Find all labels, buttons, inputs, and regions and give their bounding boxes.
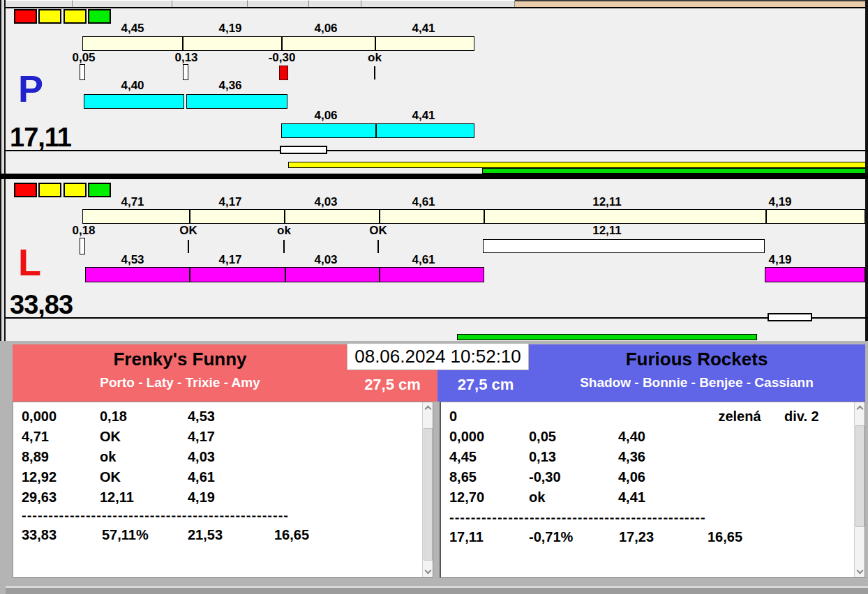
strip-segment [309, 0, 361, 7]
ok-tick [374, 66, 375, 79]
bar-divider [182, 37, 184, 50]
changeover-label: 0,18 [49, 224, 119, 236]
split-time-bar-l [82, 209, 865, 224]
scroll-down-button[interactable] [423, 566, 433, 577]
changeover-label: 0,13 [151, 52, 221, 63]
lane-letter-l: L [18, 245, 41, 280]
split-time-bar-p [82, 36, 474, 51]
division-label: div. 2 [784, 406, 819, 427]
result-row: 0,0000,184,53 [22, 406, 278, 427]
result-row: 12,92OK4,61 [22, 467, 278, 487]
bar-divider [379, 268, 380, 282]
run-time-label: 4,17 [195, 254, 265, 266]
scrollbar[interactable] [422, 402, 433, 577]
jump-height: 27,5 cm [447, 376, 524, 394]
background-window-strip [515, 0, 868, 7]
run-time-label: 4,19 [745, 254, 815, 266]
light-yellow [63, 183, 87, 197]
dog-names: Porto - Laty - Trixie - Amy [13, 375, 347, 390]
divider-line [6, 317, 868, 319]
changeover-tick [80, 238, 85, 254]
lane-letter-p: P [18, 71, 43, 106]
split-label: 4,03 [291, 196, 361, 208]
scroll-up-button[interactable] [423, 402, 433, 413]
info-row: 0 zelená div. 2 [449, 406, 854, 427]
light-green [88, 183, 111, 197]
rerun-bar-white [483, 239, 765, 253]
scroll-thumb[interactable] [855, 425, 865, 527]
light-red [14, 183, 37, 197]
scroll-down-button[interactable] [855, 566, 865, 577]
result-row: 4,450,134,36 [449, 447, 708, 467]
light-green [88, 9, 111, 24]
start-lights-l [14, 183, 110, 197]
bar-divider [379, 210, 380, 223]
split-label: 4,61 [389, 196, 458, 208]
divider-dashes: ----------------------------------------… [22, 505, 289, 526]
race-progress-bar-green [482, 168, 866, 174]
team-name: Furious Rockets [528, 349, 865, 370]
early-pass-marker [279, 66, 288, 80]
top-window-strip [6, 0, 515, 7]
run-time-label: 4,03 [291, 254, 361, 266]
ok-tick [283, 240, 285, 253]
bar-divider [765, 210, 767, 223]
split-label: 4,45 [98, 22, 167, 34]
scroll-down-icon [425, 568, 432, 574]
lane-total-p: 17,11 [10, 124, 71, 151]
scroll-up-button[interactable] [855, 402, 865, 413]
results-list-left[interactable]: 0,0000,184,53 4,71OK4,17 8,89ok4,03 12,9… [13, 402, 433, 578]
split-label: 4,19 [195, 22, 265, 34]
divider-dashes: ----------------------------------------… [449, 508, 706, 528]
changeover-label: OK [154, 224, 223, 236]
results-list-right[interactable]: 0 zelená div. 2 0,0000,054,40 4,450,134,… [440, 402, 865, 578]
run-time-label: 4,61 [389, 254, 458, 266]
result-row: 8,65-0,304,06 [449, 467, 708, 487]
summary-row: 33,8357,11%21,5316,65 [22, 525, 309, 545]
run-time-label: 4,53 [98, 254, 167, 266]
scroll-up-icon [857, 406, 864, 413]
changeover-label: 0,05 [49, 52, 119, 63]
team-name: Frenky's Funny [13, 349, 347, 370]
light-yellow [38, 9, 61, 24]
strip-segment [361, 0, 515, 7]
run-time-label: 4,36 [195, 79, 265, 91]
scroll-thumb[interactable] [424, 428, 433, 561]
light-yellow [63, 9, 87, 24]
run-time-label: 4,41 [389, 109, 458, 121]
changeover-tick [80, 64, 85, 80]
lane-total-l: 33,83 [10, 291, 73, 318]
changeover-label: ok [340, 52, 410, 63]
changeover-label: -0,30 [247, 52, 317, 63]
scrollbar[interactable] [854, 402, 865, 577]
bar-divider [375, 37, 376, 50]
result-row: 4,71OK4,17 [22, 427, 278, 447]
split-label: 12,11 [572, 196, 642, 208]
changeover-label: ok [249, 224, 319, 236]
datetime-box: 08.06.2024 10:52:10 [347, 343, 529, 370]
run-time-label: 4,06 [291, 109, 361, 121]
app-window: 4,45 4,19 4,06 4,41 0,05 0,13 -0,30 ok P… [0, 0, 868, 594]
changeover-tick [183, 64, 188, 80]
split-label: 4,71 [98, 196, 167, 208]
bar-divider [281, 37, 283, 50]
race-progress-bar-yellow [288, 162, 866, 168]
summary-row: 17,11-0,71%17,2316,65 [449, 527, 742, 547]
bar-divider [284, 210, 285, 223]
ok-tick [188, 240, 189, 253]
result-row: 12,70ok4,41 [449, 487, 708, 508]
dog-time-bar [765, 267, 865, 282]
lane-color-label: zelená [698, 406, 781, 427]
dog-time-bar [84, 94, 184, 109]
result-row: 0,0000,054,40 [449, 427, 708, 447]
bar-divider [375, 124, 377, 137]
run-time-label: 4,40 [98, 79, 167, 91]
position-marker [280, 146, 327, 154]
strip-segment [6, 0, 73, 7]
dog-time-bar [85, 267, 484, 282]
split-label: 4,06 [291, 22, 361, 34]
race-progress-bar-green [457, 334, 757, 340]
split-label: 4,19 [745, 196, 815, 208]
position-marker [768, 313, 812, 321]
light-yellow [38, 183, 61, 197]
